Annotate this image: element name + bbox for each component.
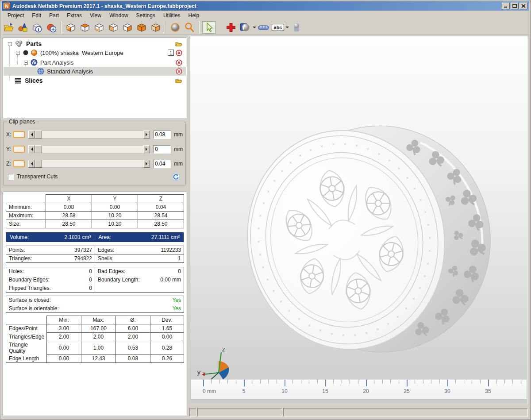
transparent-cuts-checkbox[interactable] — [8, 174, 14, 180]
clip-x-slider-right-arrow[interactable] — [143, 131, 150, 139]
clip-z-slider-thumb[interactable] — [35, 160, 42, 168]
shading-button[interactable] — [169, 21, 182, 34]
clip-z-input[interactable] — [153, 160, 171, 168]
view-cube-back-icon — [150, 22, 162, 33]
tree-item-part-analysis[interactable]: Part Analysis — [4, 58, 186, 67]
clip-x-toggle[interactable] — [13, 131, 25, 138]
collapse-icon[interactable] — [8, 42, 12, 46]
text-tool-dropdown-arrow[interactable] — [285, 21, 289, 34]
clip-x-slider-left-arrow[interactable] — [28, 131, 35, 139]
view-isometric-button[interactable] — [64, 21, 77, 34]
view-right-button[interactable] — [121, 21, 134, 34]
visibility-dot-icon[interactable] — [23, 50, 29, 56]
shaded-sphere-icon — [170, 22, 181, 33]
tree-item-parts[interactable]: Parts — [4, 39, 186, 48]
support-button[interactable] — [290, 21, 303, 34]
standard-analysis-globe-icon — [37, 68, 44, 75]
menu-project[interactable]: Project — [4, 12, 28, 19]
menu-extras[interactable]: Extras — [63, 12, 86, 19]
collapse-icon[interactable] — [16, 51, 20, 55]
tree-item-slices[interactable]: Slices — [4, 76, 186, 85]
clip-y-slider-right-arrow[interactable] — [143, 145, 150, 153]
magnifier-icon — [184, 22, 195, 33]
menu-view[interactable]: View — [86, 12, 105, 19]
title-bar[interactable]: N Autodesk Netfabb Premium 2017.1 - shas… — [2, 1, 529, 11]
menu-utilities[interactable]: Utilities — [159, 12, 185, 19]
clip-plane-x-row: X: mm — [6, 130, 183, 139]
text-tool-button[interactable]: abc — [271, 21, 285, 34]
tree-label-part: (100%) shaska_Western Europe — [40, 50, 123, 56]
tree-item-part[interactable]: (100%) shaska_Western Europe 1 — [4, 48, 186, 57]
volume-area-bar: Volume: 2.1831 cm³ Area: 27.1111 cm² — [6, 232, 184, 242]
minimize-icon — [504, 7, 507, 8]
model-medallion[interactable]: ××××××××××××××××××××××××××××××××××××××××… — [190, 36, 528, 377]
view-cube-left-icon — [108, 22, 119, 33]
clip-x-slider-track[interactable] — [42, 131, 143, 139]
collapse-icon[interactable] — [24, 61, 28, 65]
part-info-button[interactable] — [31, 21, 44, 34]
menu-part[interactable]: Part — [45, 12, 63, 19]
view-front-button[interactable] — [135, 21, 148, 34]
clip-z-slider-left-arrow[interactable] — [28, 160, 35, 168]
remove-analysis-icon[interactable] — [176, 59, 182, 66]
gizmo-y-label: y — [197, 369, 200, 376]
app-window: N Autodesk Netfabb Premium 2017.1 - shas… — [0, 0, 531, 420]
close-button[interactable] — [519, 3, 527, 9]
clip-y-label: Y: — [6, 146, 13, 152]
mesh-stats-table: Points: 397327 Edges: 1192233 Triangles:… — [6, 246, 184, 263]
view-top-button[interactable] — [78, 21, 92, 34]
menu-window[interactable]: Window — [105, 12, 132, 19]
clip-x-slider-thumb[interactable] — [35, 131, 42, 139]
minimize-button[interactable] — [502, 3, 510, 9]
view-back-button[interactable] — [149, 21, 162, 34]
clip-z-slider-right-arrow[interactable] — [143, 160, 150, 168]
tree-label-standard-analysis: Standard Analysis — [47, 68, 93, 75]
tree-item-standard-analysis[interactable]: Standard Analysis — [4, 67, 186, 76]
open-project-button[interactable] — [2, 21, 15, 34]
analysis-sphere-icon — [239, 22, 251, 33]
app-logo-icon: N — [4, 3, 10, 9]
view-bottom-button[interactable] — [92, 21, 106, 34]
clip-x-input[interactable] — [153, 131, 171, 139]
open-folder-icon — [3, 22, 15, 33]
load-slices-folder-icon[interactable] — [175, 77, 182, 84]
dimensions-table: X Y Z Minimum: 0.08 0.00 0.04 Maximum: 2… — [6, 194, 184, 228]
reset-clip-planes-icon[interactable] — [172, 173, 180, 181]
clip-y-slider-track[interactable] — [42, 145, 143, 153]
viewport-ruler: 0 mm5101520253035 — [191, 379, 527, 400]
add-part-icon — [46, 22, 57, 33]
add-primitive-button[interactable] — [16, 21, 30, 34]
add-part-button[interactable] — [45, 21, 58, 34]
select-tool-button[interactable] — [202, 21, 215, 34]
toolbar-separator — [61, 22, 62, 33]
volume-label: Volume: — [10, 234, 29, 240]
tree-label-parts: Parts — [26, 40, 42, 47]
clip-y-slider-left-arrow[interactable] — [28, 145, 35, 153]
maximize-button[interactable] — [511, 3, 519, 9]
toolbar: abc — [2, 20, 529, 35]
clip-y-input[interactable] — [153, 145, 171, 154]
transparent-cuts-label: Transparent Cuts — [17, 173, 58, 180]
tree-label-part-analysis: Part Analysis — [40, 59, 73, 66]
view-left-button[interactable] — [107, 21, 120, 34]
quality-col-avg: Ø: — [116, 316, 150, 324]
analysis-dropdown-arrow[interactable] — [252, 21, 257, 34]
menu-edit[interactable]: Edit — [28, 12, 45, 19]
analysis-button[interactable] — [239, 21, 252, 34]
clip-z-toggle[interactable] — [13, 160, 25, 167]
clip-y-toggle[interactable] — [13, 146, 25, 153]
repair-button[interactable] — [224, 21, 238, 34]
viewport-3d[interactable]: ××××××××××××××××××××××××××××××××××××××××… — [190, 36, 528, 404]
clip-z-slider-track[interactable] — [42, 160, 143, 168]
menu-settings[interactable]: Settings — [132, 12, 159, 19]
menu-help[interactable]: Help — [185, 12, 204, 19]
defects-table: Holes: 0 Bad Edges: 0 Boundary Edges: 0 … — [6, 267, 184, 293]
clip-y-slider-thumb[interactable] — [35, 145, 42, 153]
zoom-button[interactable] — [183, 21, 196, 34]
remove-standard-analysis-icon[interactable] — [176, 68, 182, 75]
table-row: Minimum: 0.08 0.00 0.04 — [6, 203, 184, 212]
load-parts-folder-icon[interactable] — [175, 41, 182, 47]
remove-part-icon[interactable] — [176, 50, 182, 56]
measure-button[interactable] — [257, 21, 270, 34]
tree-label-slices: Slices — [25, 77, 42, 84]
